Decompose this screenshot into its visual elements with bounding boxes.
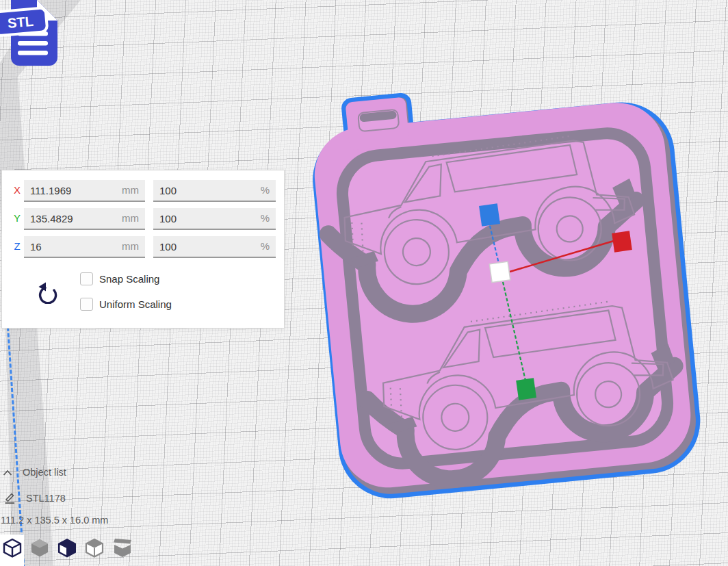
- view-solid-cube-icon[interactable]: [29, 537, 50, 558]
- file-icon-badge: STL: [0, 8, 47, 36]
- view-open-front-cube-icon[interactable]: [57, 537, 77, 558]
- axis-x-label: X: [12, 184, 23, 196]
- x-percent-input[interactable]: [153, 180, 276, 201]
- z-percent-field: %: [153, 236, 276, 258]
- uniform-scaling-label: Uniform Scaling: [99, 298, 172, 310]
- y-percent-input[interactable]: [153, 208, 276, 229]
- model-stl1178[interactable]: [307, 70, 702, 501]
- view-wireframe-cube-icon[interactable]: [2, 537, 23, 558]
- chevron-up-icon[interactable]: [3, 469, 12, 476]
- scale-tool-panel: X mm % Y mm % Z mm %: [1, 170, 285, 329]
- snap-scaling-label: Snap Scaling: [99, 273, 159, 285]
- model-dimensions-readout: 111.2 x 135.5 x 16.0 mm: [1, 515, 108, 526]
- z-percent-input[interactable]: [153, 236, 276, 257]
- scale-handle-center[interactable]: [489, 261, 510, 282]
- x-size-input[interactable]: [24, 180, 145, 201]
- reset-scale-button[interactable]: [35, 279, 60, 305]
- y-size-input[interactable]: [24, 208, 145, 229]
- edit-pencil-icon[interactable]: [4, 491, 16, 504]
- scale-row-x: X mm %: [2, 180, 284, 201]
- scale-row-z: Z mm %: [2, 236, 284, 257]
- object-list-item[interactable]: STL1178: [26, 493, 66, 504]
- file-badge-label: STL: [7, 14, 34, 31]
- reset-rotate-icon: [35, 279, 58, 304]
- scale-handle-x[interactable]: [612, 231, 632, 252]
- z-size-field: mm: [24, 236, 145, 258]
- uniform-scaling-checkbox[interactable]: [80, 298, 93, 311]
- x-size-field: mm: [24, 180, 145, 202]
- object-list-toggle[interactable]: Object list: [23, 467, 66, 478]
- x-percent-field: %: [153, 180, 276, 202]
- y-percent-field: %: [153, 208, 276, 230]
- axis-z-label: Z: [12, 240, 23, 252]
- z-size-input[interactable]: [24, 236, 145, 257]
- scale-handle-y[interactable]: [516, 378, 536, 400]
- axis-y-label: Y: [12, 212, 23, 224]
- scale-row-y: Y mm %: [2, 208, 284, 229]
- scale-handle-z[interactable]: [479, 203, 500, 226]
- view-top-face-cube-icon[interactable]: [84, 537, 105, 558]
- y-size-field: mm: [24, 208, 145, 230]
- snap-scaling-checkbox[interactable]: [80, 272, 93, 285]
- view-open-lid-cube-icon[interactable]: [112, 537, 133, 558]
- stl-file-icon: STL: [0, 0, 66, 68]
